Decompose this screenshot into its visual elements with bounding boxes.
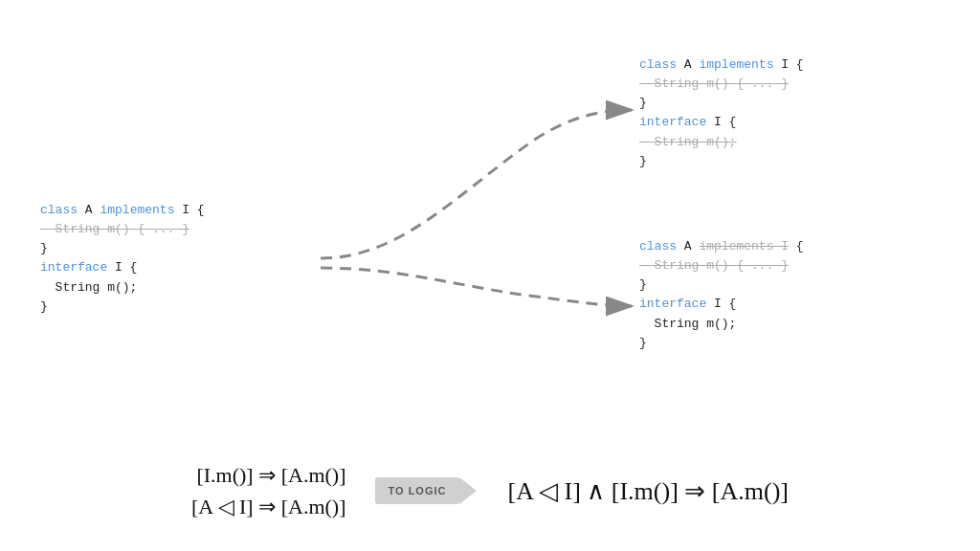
code-right-bottom-line1: class A implements I { bbox=[639, 237, 804, 256]
code-left-line2: String m() { ... } bbox=[40, 220, 205, 239]
code-right-top-line1: class A implements I { bbox=[639, 55, 804, 75]
code-right-top-line5: String m(); bbox=[639, 133, 804, 152]
code-right-top: class A implements I { String m() { ... … bbox=[639, 55, 804, 171]
code-left-line6: } bbox=[40, 298, 205, 317]
code-right-top-line3: } bbox=[639, 94, 804, 113]
formula-line-1: [I.m()] ⇒ [A.m()] bbox=[196, 459, 345, 491]
code-right-top-line2: String m() { ... } bbox=[639, 75, 804, 94]
code-right-bottom-line5: String m(); bbox=[639, 315, 804, 334]
code-right-bottom-line6: } bbox=[639, 334, 804, 353]
code-right-bottom-line3: } bbox=[639, 276, 804, 295]
code-right-top-line6: } bbox=[639, 152, 804, 171]
right-formula: [A ◁ I] ∧ [I.m()] ⇒ [A.m()] bbox=[507, 476, 788, 506]
code-right-bottom-line2: String m() { ... } bbox=[639, 256, 804, 276]
code-left: class A implements I { String m() { ... … bbox=[40, 201, 205, 317]
bottom-section: [I.m()] ⇒ [A.m()] [A ◁ I] ⇒ [A.m()] TO L… bbox=[0, 459, 980, 522]
code-left-line1: class A implements I { bbox=[40, 201, 205, 220]
code-left-line5: String m(); bbox=[40, 278, 205, 298]
to-logic-button[interactable]: TO LOGIC bbox=[375, 477, 460, 504]
left-formulas: [I.m()] ⇒ [A.m()] [A ◁ I] ⇒ [A.m()] bbox=[191, 459, 345, 522]
code-left-line3: } bbox=[40, 239, 205, 258]
code-left-line4: interface I { bbox=[40, 258, 205, 277]
code-right-bottom-line4: interface I { bbox=[639, 295, 804, 314]
formula-line-2: [A ◁ I] ⇒ [A.m()] bbox=[191, 491, 345, 522]
code-right-bottom: class A implements I { String m() { ... … bbox=[639, 237, 804, 353]
code-right-top-line4: interface I { bbox=[639, 113, 804, 132]
